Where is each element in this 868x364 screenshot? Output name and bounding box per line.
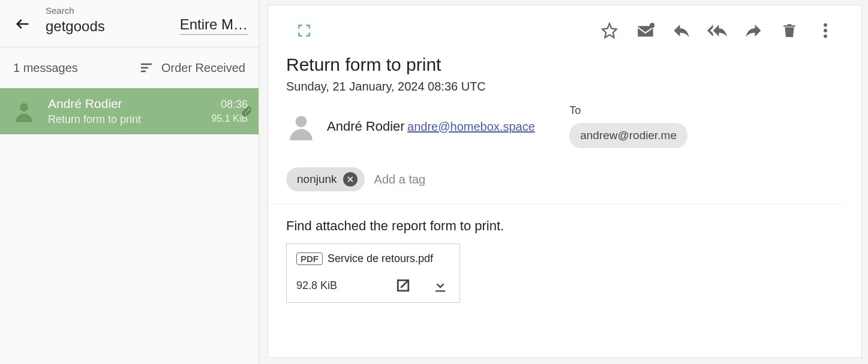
svg-point-4 (824, 23, 827, 27)
reading-pane: Return form to print Sunday, 21 January,… (259, 0, 868, 364)
svg-point-5 (824, 29, 827, 32)
svg-point-0 (20, 103, 28, 112)
forward-button[interactable] (735, 19, 771, 43)
search-header: Search getgoods Entire M… (0, 0, 259, 47)
more-vert-icon (823, 22, 828, 39)
download-icon (432, 277, 449, 294)
to-label: To (569, 104, 687, 117)
expand-button[interactable] (286, 19, 322, 43)
to-recipient[interactable]: andrew@rodier.me (569, 123, 687, 148)
message-list-pane: Search getgoods Entire M… 1 messages Ord… (0, 0, 259, 364)
star-button[interactable] (591, 19, 627, 43)
open-attachment-button[interactable] (394, 276, 413, 295)
arrow-left-icon (14, 16, 31, 32)
reply-icon (672, 22, 690, 40)
from-row: André Rodier andre@homebox.space To andr… (268, 104, 861, 159)
fullscreen-icon (296, 23, 312, 38)
reply-all-button[interactable] (699, 19, 735, 43)
person-icon (11, 99, 37, 124)
tag-name: nonjunk (297, 173, 337, 186)
trash-icon (782, 22, 797, 39)
tag-chip[interactable]: nonjunk (286, 167, 365, 191)
to-block: To andrew@rodier.me (569, 104, 843, 148)
reply-button[interactable] (663, 19, 699, 43)
svg-point-7 (296, 116, 307, 127)
message-count: 1 messages (13, 61, 78, 75)
add-tag-input[interactable]: Add a tag (374, 173, 426, 186)
list-header: 1 messages Order Received (0, 47, 259, 88)
from-name: André Rodier (327, 119, 405, 134)
search-label: Search (46, 5, 170, 16)
tags-row: nonjunk Add a tag (268, 159, 843, 204)
email-toolbar (268, 5, 861, 49)
open-external-icon (394, 276, 412, 294)
delete-button[interactable] (771, 19, 807, 43)
message-sender: André Rodier (48, 97, 201, 111)
mark-unread-button[interactable] (627, 19, 663, 43)
star-icon (601, 22, 618, 39)
download-attachment-button[interactable] (431, 276, 450, 295)
sender-avatar (286, 112, 316, 142)
email-card: Return form to print Sunday, 21 January,… (268, 5, 862, 358)
message-item[interactable]: André Rodier Return form to print 08:36 … (0, 88, 259, 134)
sort-button[interactable]: Order Received (140, 61, 245, 75)
email-subject: Return form to print (268, 49, 861, 80)
sort-icon (140, 61, 154, 75)
close-icon (347, 176, 354, 183)
svg-point-6 (824, 34, 827, 38)
envelope-dot-icon (636, 22, 654, 40)
search-scope-select[interactable]: Entire M… (180, 16, 248, 35)
attachment-icon (241, 106, 253, 118)
reply-all-icon (707, 22, 728, 40)
back-button[interactable] (11, 12, 35, 36)
message-body: André Rodier Return form to print (48, 97, 201, 126)
from-block: André Rodier andre@homebox.space (327, 119, 535, 134)
from-email[interactable]: andre@homebox.space (407, 120, 535, 133)
sort-label: Order Received (161, 61, 245, 75)
email-body: Find attached the report form to print. (268, 204, 861, 243)
attachment-size: 92.8 KiB (296, 279, 337, 292)
forward-icon (744, 22, 762, 40)
search-input[interactable]: getgoods (46, 18, 170, 35)
person-icon (286, 112, 316, 142)
attachment-card: PDF Service de retours.pdf 92.8 KiB (286, 243, 460, 303)
avatar (11, 98, 37, 125)
email-date: Sunday, 21 January, 2024 08:36 UTC (268, 80, 861, 104)
attachment-type-badge: PDF (296, 252, 323, 265)
attachment-filename: Service de retours.pdf (328, 252, 433, 265)
search-fields: Search getgoods Entire M… (46, 5, 248, 35)
more-button[interactable] (807, 19, 843, 43)
message-subject: Return form to print (48, 113, 201, 126)
remove-tag-button[interactable] (343, 172, 358, 186)
